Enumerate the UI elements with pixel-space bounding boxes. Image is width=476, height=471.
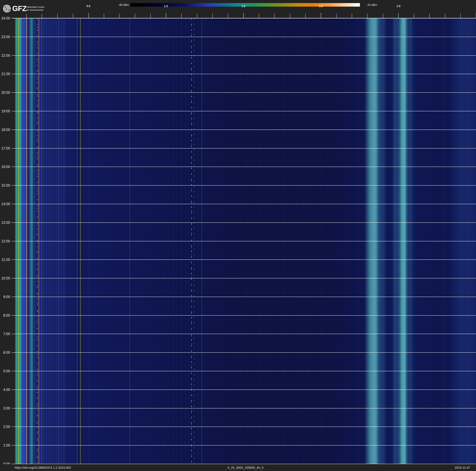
hour-gridline xyxy=(12,352,476,353)
time-label: 1:00 xyxy=(0,443,10,447)
hour-gridline xyxy=(12,167,476,167)
frequency-tick-label: 2.5 xyxy=(392,5,405,8)
time-label: 10:00 xyxy=(0,276,10,280)
minor-tick xyxy=(259,14,259,18)
time-label: 13:00 xyxy=(0,221,10,225)
hour-gridline xyxy=(12,464,476,464)
major-tick xyxy=(321,13,321,18)
hour-gridline xyxy=(12,111,476,111)
date-label: 2023-11-07 xyxy=(455,464,470,471)
frequency-tick-label: 2.0 xyxy=(315,5,327,8)
hour-gridline xyxy=(12,297,476,297)
minor-tick xyxy=(445,14,445,18)
major-tick xyxy=(166,13,166,18)
minor-tick xyxy=(460,14,461,18)
frequency-axis: 0.51.01.52.02.5 xyxy=(0,0,476,18)
dataset-filename: 0_20_3000_100000_40_0 xyxy=(15,464,476,471)
time-label: 21:00 xyxy=(0,72,10,76)
time-label: 20:00 xyxy=(0,91,10,94)
minor-tick xyxy=(42,14,42,18)
minor-tick xyxy=(181,14,182,18)
minor-tick xyxy=(383,14,383,18)
frequency-tick-label: 1.5 xyxy=(238,5,250,8)
time-label: 17:00 xyxy=(0,146,10,150)
minor-tick xyxy=(197,14,197,18)
major-tick xyxy=(88,13,89,18)
minor-tick xyxy=(150,14,151,18)
hour-gridline xyxy=(12,241,476,241)
hour-gridline xyxy=(12,315,476,316)
minor-tick xyxy=(352,14,352,18)
hour-gridline xyxy=(12,445,476,446)
hour-gridline xyxy=(12,185,476,185)
time-label: 11:00 xyxy=(0,258,10,262)
time-label: 18:00 xyxy=(0,128,10,132)
hour-gridline xyxy=(12,129,476,130)
time-label: 23:00 xyxy=(0,35,10,39)
hour-gridline xyxy=(12,278,476,278)
major-tick xyxy=(243,13,244,18)
hour-gridline xyxy=(12,222,476,223)
time-label: 15:00 xyxy=(0,183,10,187)
minor-tick xyxy=(274,14,274,18)
time-label: 24:00 xyxy=(0,16,10,20)
time-label: 8:00 xyxy=(0,313,10,317)
minor-tick xyxy=(26,14,27,18)
major-tick xyxy=(398,13,399,18)
time-label: 5:00 xyxy=(0,369,10,373)
hour-gridline xyxy=(12,408,476,408)
time-label: 9:00 xyxy=(0,295,10,299)
time-label: 14:00 xyxy=(0,202,10,206)
minor-tick xyxy=(212,14,213,18)
minor-tick xyxy=(336,14,337,18)
minor-tick xyxy=(414,14,414,18)
minor-tick xyxy=(429,14,430,18)
time-label: 6:00 xyxy=(0,350,10,354)
time-label: 19:00 xyxy=(0,109,10,113)
minor-tick xyxy=(73,14,73,18)
frequency-tick-label: 0.5 xyxy=(82,5,95,8)
hour-gridline xyxy=(12,427,476,427)
time-label: 7:00 xyxy=(0,332,10,336)
hour-gridline xyxy=(12,371,476,371)
footer-bar: https://doi.org/10.5880/GFZ.1.2.2024.003… xyxy=(0,464,476,471)
hour-gridline xyxy=(12,55,476,56)
hour-gridline xyxy=(12,74,476,74)
time-label: 4:00 xyxy=(0,388,10,392)
hour-gridline xyxy=(12,148,476,148)
minor-tick xyxy=(367,14,368,18)
minor-tick xyxy=(104,14,104,18)
time-label: 12:00 xyxy=(0,239,10,243)
minor-tick xyxy=(305,14,306,18)
frequency-tick-label: 1.0 xyxy=(160,5,172,8)
hour-gridline xyxy=(12,37,476,37)
time-label: 3:00 xyxy=(0,406,10,410)
minor-tick xyxy=(57,14,58,18)
time-label: 16:00 xyxy=(0,165,10,169)
hour-gridline xyxy=(12,334,476,334)
hour-gridline xyxy=(12,204,476,204)
hour-gridline xyxy=(12,18,476,18)
hour-gridline xyxy=(12,259,476,260)
minor-tick xyxy=(228,14,228,18)
time-label: 22:00 xyxy=(0,54,10,57)
hour-gridline xyxy=(12,390,476,390)
minor-tick xyxy=(290,14,290,18)
minor-tick xyxy=(119,14,119,18)
time-label: 2:00 xyxy=(0,425,10,429)
minor-tick xyxy=(135,14,135,18)
hour-gridline xyxy=(12,92,476,93)
